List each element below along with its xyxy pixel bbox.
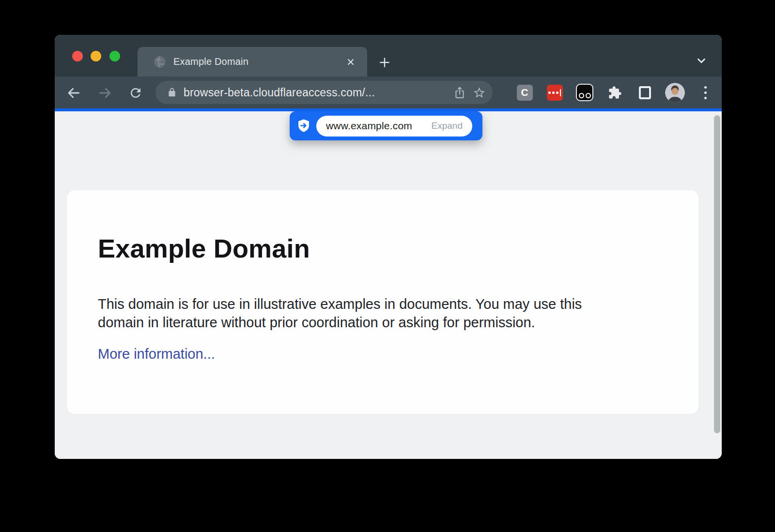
- globe-icon: [153, 55, 167, 69]
- browser-window: Example Domain: [55, 35, 722, 459]
- shield-arrow-icon: [296, 118, 311, 134]
- tab-strip: Example Domain: [55, 35, 722, 76]
- extensions-puzzle-icon[interactable]: [605, 83, 624, 102]
- lock-icon[interactable]: [167, 88, 177, 97]
- bookmark-star-icon[interactable]: [469, 83, 489, 102]
- isolation-banner: www.example.com Expand: [290, 111, 482, 140]
- new-tab-button[interactable]: [376, 54, 393, 71]
- macos-close-button[interactable]: [72, 51, 83, 61]
- address-bar[interactable]: browser-beta.cloudflareaccess.com/...: [155, 81, 493, 104]
- tab-search-chevron-icon[interactable]: [693, 52, 710, 69]
- isolated-host-pill: www.example.com Expand: [316, 116, 472, 137]
- profile-avatar[interactable]: [665, 83, 685, 103]
- forward-button[interactable]: [96, 84, 114, 102]
- tab-close-icon[interactable]: [344, 55, 357, 69]
- share-icon[interactable]: [450, 83, 469, 102]
- body-line-1: This domain is for use in illustrative e…: [98, 295, 698, 313]
- more-information-link[interactable]: More information...: [98, 346, 215, 362]
- browser-tab[interactable]: Example Domain: [138, 47, 367, 76]
- extension-c[interactable]: C: [515, 83, 534, 102]
- body-paragraph: This domain is for use in illustrative e…: [98, 295, 698, 332]
- toolbar: browser-beta.cloudflareaccess.com/... C: [55, 76, 722, 108]
- kebab-menu-icon[interactable]: [696, 83, 715, 102]
- isolated-host-text: www.example.com: [326, 120, 432, 132]
- body-line-2: domain in literature without prior coord…: [98, 313, 698, 332]
- extension-lastpass-icon[interactable]: [545, 83, 564, 102]
- extension-c-badge: C: [517, 85, 533, 101]
- page-title: Example Domain: [98, 234, 698, 263]
- tab-title: Example Domain: [173, 56, 344, 67]
- scrollbar-thumb[interactable]: [714, 115, 720, 433]
- page-viewport: www.example.com Expand Example Domain Th…: [55, 111, 722, 459]
- desktop-background: Example Domain: [0, 0, 775, 532]
- side-panel-icon[interactable]: [635, 83, 654, 102]
- back-button[interactable]: [65, 84, 82, 102]
- content-card: Example Domain This domain is for use in…: [67, 190, 698, 414]
- reload-button[interactable]: [127, 84, 144, 102]
- macos-minimize-button[interactable]: [91, 51, 101, 61]
- extension-binoculars-icon[interactable]: [575, 83, 594, 102]
- extensions-row: C: [515, 83, 715, 102]
- url-text: browser-beta.cloudflareaccess.com/...: [184, 86, 450, 99]
- macos-zoom-button[interactable]: [109, 51, 120, 61]
- expand-button[interactable]: Expand: [432, 121, 463, 131]
